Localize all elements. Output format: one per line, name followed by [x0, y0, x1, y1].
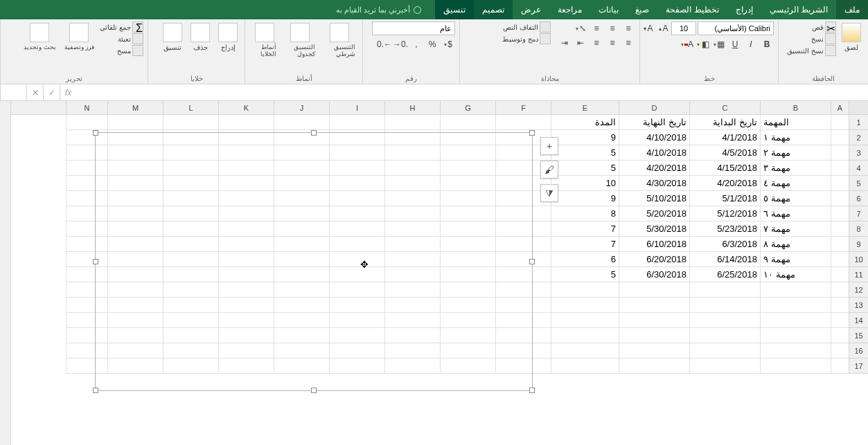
cell[interactable] — [495, 115, 551, 130]
cut-button[interactable]: ✂قص — [787, 21, 836, 33]
row-header[interactable]: 4 — [849, 161, 868, 176]
cell[interactable] — [831, 267, 849, 282]
cell[interactable]: 6/20/2018 — [619, 252, 689, 267]
tab-chart-design[interactable]: تصميم — [474, 0, 513, 19]
format-as-table-button[interactable]: التنسيق كجدول — [282, 21, 318, 59]
cell[interactable] — [831, 282, 849, 298]
cell[interactable] — [619, 358, 689, 374]
cell[interactable] — [619, 282, 689, 298]
cell[interactable]: 9 — [551, 191, 619, 206]
copy-button[interactable]: نسخ — [787, 33, 836, 44]
resize-handle-rc[interactable] — [529, 259, 535, 264]
increase-font-button[interactable]: A▲ — [656, 21, 670, 35]
cell[interactable] — [218, 115, 274, 130]
wrap-text-button[interactable]: التفاف النص — [502, 21, 551, 33]
cell[interactable]: 10 — [551, 176, 619, 191]
cell[interactable] — [619, 313, 689, 328]
cancel-formula-button[interactable]: ✕ — [26, 84, 43, 100]
cell[interactable] — [551, 328, 619, 343]
vertical-scrollbar[interactable] — [0, 101, 11, 445]
name-box[interactable] — [0, 84, 26, 100]
enter-formula-button[interactable]: ✓ — [43, 84, 60, 100]
col-header-l[interactable]: L — [163, 101, 218, 114]
resize-handle-bc[interactable] — [311, 388, 317, 393]
cell[interactable] — [329, 115, 384, 130]
cell[interactable] — [107, 115, 163, 130]
row-header[interactable]: 15 — [849, 328, 868, 343]
cell[interactable] — [831, 115, 849, 130]
cell[interactable] — [831, 358, 849, 374]
cell[interactable]: 4/1/2018 — [689, 130, 760, 145]
cell[interactable]: 6/3/2018 — [689, 237, 760, 252]
row-header[interactable]: 1 — [849, 115, 868, 130]
cell[interactable]: مهمة ٢ — [760, 145, 831, 161]
font-size-input[interactable] — [671, 21, 696, 35]
col-header-i[interactable]: I — [329, 101, 384, 114]
row-header[interactable]: 17 — [849, 358, 868, 374]
row-header[interactable]: 14 — [849, 313, 868, 328]
cell[interactable]: 5 — [551, 145, 619, 161]
cell[interactable]: المهمة — [760, 115, 831, 130]
italic-button[interactable]: I — [744, 37, 758, 51]
increase-decimal-button[interactable]: .0→ — [393, 37, 407, 51]
cell[interactable]: مهمة ٧ — [760, 221, 831, 237]
merge-center-button[interactable]: دمج وتوسيط — [502, 33, 551, 44]
cell[interactable] — [66, 115, 107, 130]
cell[interactable]: مهمة ٨ — [760, 237, 831, 252]
resize-handle-tl[interactable] — [93, 130, 98, 136]
row-header[interactable]: 10 — [849, 252, 868, 267]
paste-button[interactable]: لصق — [839, 21, 864, 53]
col-header-e[interactable]: E — [551, 101, 619, 114]
bold-button[interactable]: B — [760, 37, 774, 51]
worksheet[interactable]: A B C D E F G H I J K L M N 1المهمةتاريخ… — [11, 101, 868, 445]
cell[interactable] — [551, 343, 619, 358]
tab-page-layout[interactable]: تخطيط الصفحة — [657, 0, 727, 19]
format-cells-button[interactable]: تنسيق — [160, 21, 185, 53]
chart-elements-button[interactable]: + — [540, 137, 558, 155]
col-header-d[interactable]: D — [619, 101, 689, 114]
align-center-button[interactable]: ≡ — [605, 36, 619, 50]
cell[interactable] — [831, 343, 849, 358]
row-header[interactable]: 8 — [849, 221, 868, 237]
cell[interactable]: 5/1/2018 — [689, 191, 760, 206]
cell[interactable] — [689, 343, 760, 358]
cell[interactable]: 6/10/2018 — [619, 237, 689, 252]
cell[interactable] — [551, 358, 619, 374]
tab-review[interactable]: مراجعة — [549, 0, 590, 19]
row-header[interactable]: 6 — [849, 191, 868, 206]
font-name-input[interactable] — [698, 21, 774, 35]
increase-indent-button[interactable]: ⇥ — [558, 36, 572, 50]
cell[interactable] — [760, 282, 831, 298]
align-left-button[interactable]: ≡ — [590, 36, 603, 50]
row-header[interactable]: 13 — [849, 298, 868, 313]
cell[interactable] — [689, 282, 760, 298]
delete-cells-button[interactable]: حذف — [188, 21, 213, 53]
col-header-j[interactable]: J — [274, 101, 329, 114]
percent-format-button[interactable]: % — [425, 37, 439, 51]
borders-button[interactable]: ▦ — [712, 37, 726, 51]
cell[interactable]: 4/15/2018 — [689, 161, 760, 176]
cell[interactable]: 6/30/2018 — [619, 267, 689, 282]
cell[interactable] — [689, 298, 760, 313]
col-header-k[interactable]: K — [218, 101, 274, 114]
row-header[interactable]: 3 — [849, 145, 868, 161]
cell[interactable]: 6 — [551, 252, 619, 267]
row-header[interactable]: 12 — [849, 282, 868, 298]
cell[interactable]: 4/20/2018 — [619, 161, 689, 176]
find-select-button[interactable]: بحث وتحديد — [21, 21, 59, 52]
underline-button[interactable]: U — [728, 37, 742, 51]
cell[interactable]: 4/10/2018 — [619, 130, 689, 145]
tab-view[interactable]: عرض — [513, 0, 549, 19]
cell[interactable]: 4/30/2018 — [619, 176, 689, 191]
cell[interactable] — [760, 313, 831, 328]
cell[interactable] — [831, 221, 849, 237]
cell[interactable] — [551, 282, 619, 298]
row-header[interactable]: 16 — [849, 343, 868, 358]
cell[interactable] — [831, 237, 849, 252]
col-header-n[interactable]: N — [66, 101, 107, 114]
col-header-h[interactable]: H — [384, 101, 440, 114]
col-header-a[interactable]: A — [831, 101, 849, 114]
row-header[interactable]: 7 — [849, 206, 868, 221]
cell[interactable] — [831, 328, 849, 343]
cell[interactable] — [831, 313, 849, 328]
